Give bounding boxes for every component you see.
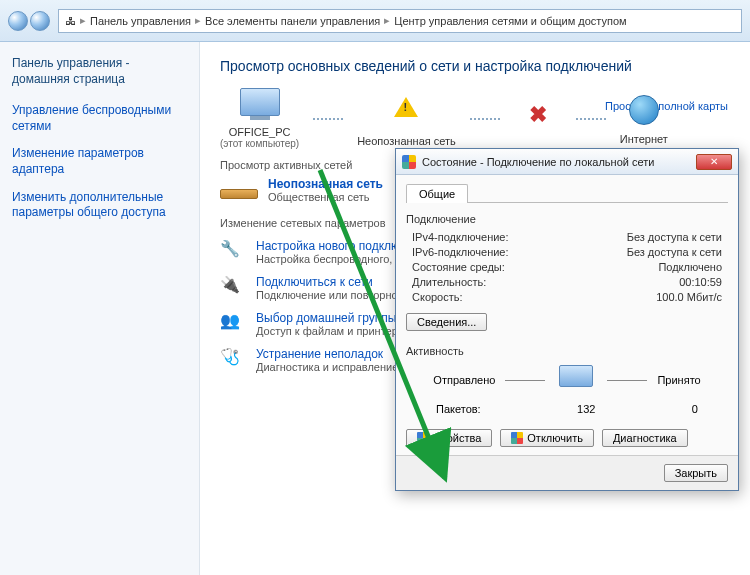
sidebar-link-adapter-settings[interactable]: Изменение параметров адаптера	[12, 146, 187, 177]
x-icon: ✖	[514, 102, 562, 128]
connection-line	[313, 118, 343, 120]
page-title: Просмотр основных сведений о сети и наст…	[220, 58, 730, 74]
active-network-name[interactable]: Неопознанная сеть	[268, 177, 383, 191]
chevron-right-icon: ▸	[80, 14, 86, 27]
dialog-titlebar[interactable]: Состояние - Подключение по локальной сет…	[396, 149, 738, 175]
control-panel-home-link[interactable]: Панель управления - домашняя страница	[12, 56, 187, 87]
troubleshoot-icon: 🩺	[220, 347, 246, 369]
ipv6-value: Без доступа к сети	[627, 246, 722, 258]
ipv4-label: IPv4-подключение:	[412, 231, 509, 243]
nav-buttons	[8, 11, 50, 31]
connection-line	[576, 118, 606, 120]
disable-button[interactable]: Отключить	[500, 429, 594, 447]
breadcrumb-icon: 🖧	[65, 15, 76, 27]
recv-label: Принято	[657, 374, 700, 386]
chevron-right-icon: ▸	[195, 14, 201, 27]
ipv4-value: Без доступа к сети	[627, 231, 722, 243]
shield-icon	[417, 432, 429, 444]
network-map: OFFICE_PC (этот компьютер) Неопознанная …	[220, 88, 730, 149]
close-icon: ✕	[710, 156, 718, 167]
bench-icon	[220, 189, 258, 199]
shield-icon	[402, 155, 416, 169]
chevron-right-icon: ▸	[384, 14, 390, 27]
sidebar-link-sharing-settings[interactable]: Изменить дополнительные параметры общего…	[12, 190, 187, 221]
node-label: Интернет	[620, 133, 668, 145]
back-button[interactable]	[8, 11, 28, 31]
media-value: Подключено	[658, 261, 722, 273]
speed-value: 100.0 Мбит/с	[656, 291, 722, 303]
homegroup-icon: 👥	[220, 311, 246, 333]
group-activity: Активность	[406, 345, 728, 357]
node-sublabel: (этот компьютер)	[220, 138, 299, 149]
breadcrumb-part[interactable]: Все элементы панели управления	[205, 15, 380, 27]
status-dialog: Состояние - Подключение по локальной сет…	[395, 148, 739, 491]
duration-value: 00:10:59	[679, 276, 722, 288]
ipv6-label: IPv6-подключение:	[412, 246, 509, 258]
node-unknown-network[interactable]: Неопознанная сеть	[357, 91, 456, 147]
node-label: OFFICE_PC	[220, 126, 299, 138]
dialog-title: Состояние - Подключение по локальной сет…	[422, 156, 690, 168]
tab-strip: Общие	[406, 183, 728, 203]
activity-line	[607, 380, 647, 381]
properties-button[interactable]: Свойства	[406, 429, 492, 447]
group-connection: Подключение	[406, 213, 728, 225]
globe-icon	[629, 95, 659, 125]
connection-line	[470, 118, 500, 120]
recv-value: 0	[692, 403, 698, 415]
computer-icon	[559, 365, 593, 387]
close-dialog-button[interactable]: Закрыть	[664, 464, 728, 482]
address-bar: 🖧 ▸ Панель управления ▸ Все элементы пан…	[0, 0, 750, 42]
warning-icon	[394, 97, 418, 117]
forward-button[interactable]	[30, 11, 50, 31]
close-button[interactable]: ✕	[696, 154, 732, 170]
breadcrumb[interactable]: 🖧 ▸ Панель управления ▸ Все элементы пан…	[58, 9, 742, 33]
speed-label: Скорость:	[412, 291, 463, 303]
node-internet[interactable]: Интернет	[620, 93, 668, 145]
duration-label: Длительность:	[412, 276, 486, 288]
shield-icon	[511, 432, 523, 444]
sent-label: Отправлено	[433, 374, 495, 386]
media-label: Состояние среды:	[412, 261, 505, 273]
sidebar: Панель управления - домашняя страница Уп…	[0, 42, 200, 575]
wizard-icon: 🔧	[220, 239, 246, 261]
details-button[interactable]: Сведения...	[406, 313, 487, 331]
active-network-type: Общественная сеть	[268, 191, 383, 203]
sidebar-link-wireless[interactable]: Управление беспроводными сетями	[12, 103, 187, 134]
sent-value: 132	[577, 403, 595, 415]
computer-icon	[240, 88, 280, 116]
packets-label: Пакетов:	[436, 403, 481, 415]
node-this-pc[interactable]: OFFICE_PC (этот компьютер)	[220, 88, 299, 149]
activity-line	[505, 380, 545, 381]
breadcrumb-part[interactable]: Центр управления сетями и общим доступом	[394, 15, 626, 27]
node-blocked: ✖	[514, 98, 562, 140]
tab-general[interactable]: Общие	[406, 184, 468, 203]
diagnostics-button[interactable]: Диагностика	[602, 429, 688, 447]
connect-icon: 🔌	[220, 275, 246, 297]
node-label: Неопознанная сеть	[357, 135, 456, 147]
breadcrumb-part[interactable]: Панель управления	[90, 15, 191, 27]
